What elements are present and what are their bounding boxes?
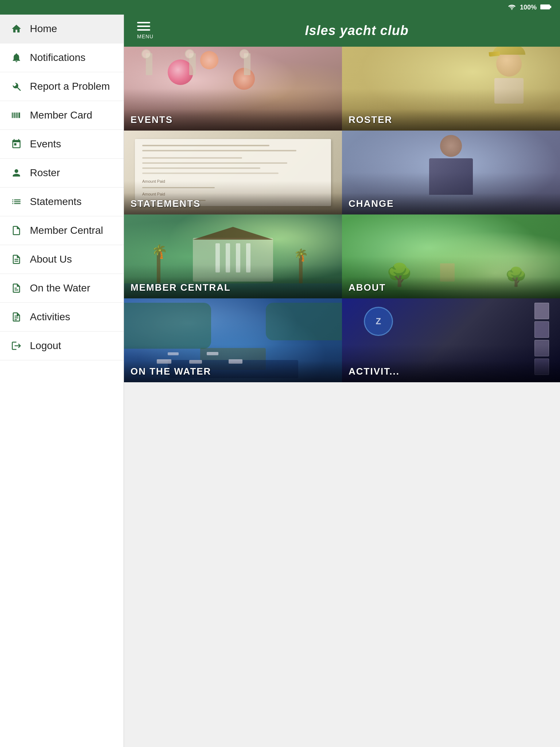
sidebar-label-logout: Logout: [30, 340, 61, 352]
barcode-icon: [10, 109, 23, 121]
sidebar-item-member-card[interactable]: Member Card: [0, 101, 124, 130]
battery-icon: [540, 3, 551, 12]
calendar-icon: [10, 138, 23, 150]
bell-icon: [10, 51, 23, 64]
doc3-icon: [10, 282, 23, 294]
tile-statements-overlay: STATEMENTS: [124, 193, 342, 214]
tile-water-label: ON THE WATER: [131, 366, 211, 377]
sidebar-label-home: Home: [30, 23, 57, 35]
tile-about[interactable]: 🌳 🌳 ABOUT: [342, 214, 560, 298]
sidebar-label-on-the-water: On the Water: [30, 282, 90, 294]
menu-line-2: [137, 26, 150, 27]
sidebar-label-events: Events: [30, 138, 61, 150]
app-title: Isles yacht club: [164, 23, 550, 38]
sidebar-label-activities: Activities: [30, 311, 70, 323]
sidebar: Home Notifications Report a Problem Memb…: [0, 15, 124, 747]
svg-rect-1: [540, 5, 550, 9]
menu-line-3: [137, 29, 150, 31]
status-bar: 100%: [0, 0, 560, 15]
tile-member-central-label: MEMBER CENTRAL: [131, 282, 231, 293]
list-icon: [10, 196, 23, 208]
wrench-icon: [10, 80, 23, 93]
menu-line-1: [137, 22, 150, 23]
sidebar-label-member-card: Member Card: [30, 109, 92, 121]
sidebar-item-member-central[interactable]: Member Central: [0, 216, 124, 245]
home-icon: [10, 23, 23, 35]
tile-about-label: ABOUT: [349, 282, 386, 293]
battery-percent: 100%: [520, 4, 537, 11]
sidebar-item-activities[interactable]: Activities: [0, 303, 124, 332]
tile-roster-label: ROSTER: [349, 114, 392, 125]
app-layout: Home Notifications Report a Problem Memb…: [0, 15, 560, 747]
tile-activities[interactable]: Z ACTIVIT...: [342, 298, 560, 382]
tile-water[interactable]: ON THE WATER: [124, 298, 342, 382]
sidebar-item-roster[interactable]: Roster: [0, 159, 124, 187]
main-area: MENU Isles yacht club: [124, 15, 560, 747]
tiles-grid: EVENTS: [124, 47, 560, 747]
tile-roster-overlay: ROSTER: [342, 109, 560, 131]
sidebar-item-notifications[interactable]: Notifications: [0, 43, 124, 72]
tile-statements-label: STATEMENTS: [131, 198, 201, 209]
wifi-icon: [508, 3, 516, 12]
sidebar-item-statements[interactable]: Statements: [0, 187, 124, 216]
sidebar-item-events[interactable]: Events: [0, 130, 124, 159]
svg-rect-2: [550, 6, 551, 8]
doc2-icon: [10, 253, 23, 266]
sidebar-label-about-us: About Us: [30, 253, 72, 265]
tile-water-overlay: ON THE WATER: [124, 361, 342, 382]
tile-events-overlay: EVENTS: [124, 109, 342, 131]
tile-change-overlay: CHANGE: [342, 193, 560, 214]
menu-button[interactable]: MENU: [134, 19, 156, 42]
tile-member-central[interactable]: 🌴 🌴 MEMBER CENTRAL: [124, 214, 342, 298]
tile-statements[interactable]: Amount Paid Amount Paid STATEMENTS: [124, 131, 342, 214]
tile-change[interactable]: CHANGE: [342, 131, 560, 214]
tile-events-label: EVENTS: [131, 114, 173, 125]
menu-label: MENU: [137, 34, 153, 39]
sidebar-label-roster: Roster: [30, 167, 60, 179]
sidebar-item-report[interactable]: Report a Problem: [0, 72, 124, 101]
sidebar-item-about-us[interactable]: About Us: [0, 245, 124, 274]
tile-about-overlay: ABOUT: [342, 277, 560, 298]
doc1-icon: [10, 224, 23, 237]
tile-roster[interactable]: ROSTER: [342, 47, 560, 131]
svg-point-0: [511, 9, 512, 10]
sidebar-label-notifications: Notifications: [30, 52, 86, 63]
sidebar-item-home[interactable]: Home: [0, 15, 124, 43]
app-header: MENU Isles yacht club: [124, 15, 560, 47]
tile-member-central-overlay: MEMBER CENTRAL: [124, 277, 342, 298]
sidebar-label-statements: Statements: [30, 196, 82, 208]
tile-change-label: CHANGE: [349, 198, 394, 209]
tile-events[interactable]: EVENTS: [124, 47, 342, 131]
sidebar-label-member-central: Member Central: [30, 225, 103, 236]
logout-icon: [10, 340, 23, 352]
tile-activities-overlay: ACTIVIT...: [342, 361, 560, 382]
person-icon: [10, 167, 23, 179]
sidebar-item-logout[interactable]: Logout: [0, 332, 124, 360]
doc4-icon: [10, 311, 23, 323]
sidebar-item-on-the-water[interactable]: On the Water: [0, 274, 124, 303]
sidebar-label-report: Report a Problem: [30, 81, 110, 92]
tile-activities-label: ACTIVIT...: [349, 366, 400, 377]
